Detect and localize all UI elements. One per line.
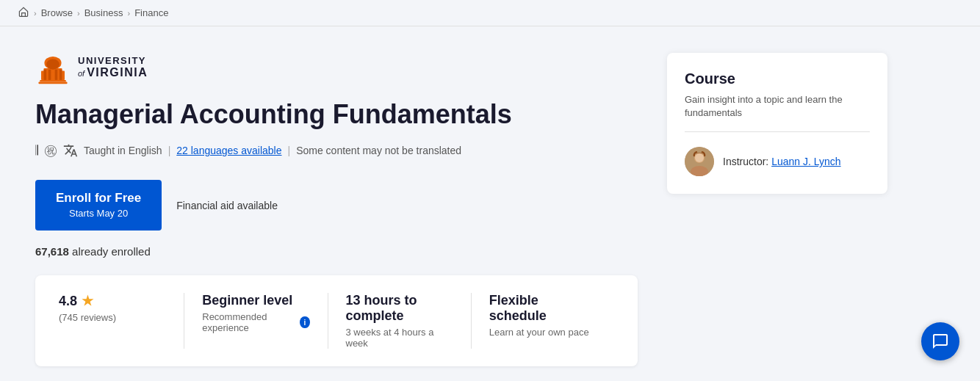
rating-number: 4.8 [59, 294, 77, 309]
separator-1: | [168, 145, 171, 156]
svg-rect-4 [55, 70, 58, 80]
enrolled-count: 67,618 already enrolled [35, 245, 638, 258]
time-sub: 3 weeks at 4 hours a week [346, 327, 453, 349]
svg-point-7 [46, 59, 60, 69]
course-card-title: Course [685, 70, 870, 87]
instructor-avatar [685, 147, 714, 176]
instructor-text: Instructor: Luann J. Lynch [723, 156, 841, 167]
breadcrumb: › Browse › Business › Finance [0, 0, 980, 26]
instructor-row: Instructor: Luann J. Lynch [685, 147, 870, 176]
star-icon: ★ [82, 293, 93, 309]
breadcrumb-sep-3: › [127, 9, 130, 18]
breadcrumb-finance: Finance [134, 7, 168, 18]
enroll-section: Enroll for Free Starts May 20 Financial … [35, 180, 638, 231]
uva-logo-icon [35, 50, 71, 85]
language-icon [63, 143, 78, 158]
svg-point-13 [695, 153, 704, 162]
level-stat: Beginner level Recommended experience i [184, 293, 328, 349]
svg-rect-8 [40, 80, 66, 82]
right-panel: Course Gain insight into a topic and lea… [667, 50, 887, 366]
breadcrumb-sep-2: › [77, 9, 80, 18]
enrolled-text: already enrolled [72, 245, 151, 258]
time-value: 13 hours to complete [346, 293, 453, 324]
schedule-sub: Learn at your own pace [489, 327, 597, 338]
breadcrumb-sep-1: › [34, 9, 37, 18]
course-card-description: Gain insight into a topic and learn the … [685, 93, 870, 132]
taught-in-english: Taught in English [84, 145, 162, 156]
translation-note: Some content may not be translated [296, 145, 461, 156]
university-name: University of Virginia [78, 56, 148, 79]
course-title: Managerial Accounting Fundamentals [35, 98, 638, 130]
translate-icon: 𝄂 [35, 143, 38, 159]
schedule-stat: Flexible schedule Learn at your own pace [472, 293, 614, 349]
starts-label: Starts May 20 [56, 208, 141, 220]
languages-available-link[interactable]: 22 languages available [176, 145, 281, 156]
course-card: Course Gain insight into a topic and lea… [667, 53, 887, 194]
instructor-name-link[interactable]: Luann J. Lynch [771, 156, 840, 167]
svg-rect-2 [44, 70, 47, 80]
chat-button[interactable] [921, 322, 959, 360]
breadcrumb-browse[interactable]: Browse [41, 7, 73, 18]
svg-rect-3 [48, 70, 51, 80]
language-row: 𝄂 ㊗ Taught in English | 22 languages ava… [35, 142, 638, 159]
financial-aid-text: Financial aid available [176, 200, 278, 211]
schedule-value: Flexible schedule [489, 293, 597, 324]
stats-bar: 4.8 ★ (745 reviews) Beginner level Recom… [35, 275, 638, 366]
avatar-image [685, 147, 714, 176]
enroll-label: Enroll for Free [56, 190, 141, 206]
info-icon[interactable]: i [300, 316, 309, 328]
time-stat: 13 hours to complete 3 weeks at 4 hours … [328, 293, 472, 349]
rating-reviews: (745 reviews) [59, 312, 166, 323]
rating-stat: 4.8 ★ (745 reviews) [59, 293, 184, 349]
translate-symbol: ㊗ [44, 142, 57, 159]
instructor-prefix: Instructor: [723, 156, 768, 167]
university-logo: University of Virginia [35, 50, 638, 85]
level-sub: Recommended experience i [202, 311, 309, 333]
enrolled-number: 67,618 [35, 245, 69, 258]
chat-icon [932, 333, 949, 350]
svg-rect-9 [38, 82, 67, 84]
home-icon[interactable] [18, 6, 29, 20]
separator-2: | [288, 145, 291, 156]
rating-value: 4.8 ★ [59, 293, 166, 309]
breadcrumb-business[interactable]: Business [84, 7, 123, 18]
level-value: Beginner level [202, 293, 309, 308]
svg-rect-5 [60, 70, 62, 80]
enroll-button[interactable]: Enroll for Free Starts May 20 [35, 180, 162, 231]
